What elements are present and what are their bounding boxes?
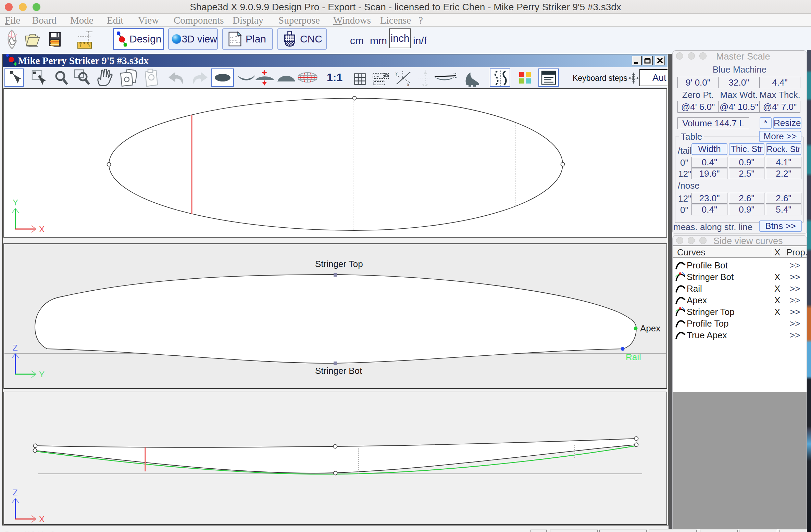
svg-text:Y: Y xyxy=(39,370,45,379)
svg-text:X: X xyxy=(39,515,45,524)
svg-text:0: 0 xyxy=(88,44,90,48)
svg-text:Z: Z xyxy=(13,343,18,352)
svg-text:Apex: Apex xyxy=(640,323,660,333)
svg-text:Z: Z xyxy=(13,488,18,497)
svg-text:x: x xyxy=(407,81,410,86)
svg-text:X: X xyxy=(39,225,45,234)
svg-text:Stringer Top: Stringer Top xyxy=(315,259,363,269)
svg-text:Y: Y xyxy=(13,198,18,207)
svg-text:1: 1 xyxy=(79,44,82,48)
svg-text:x: x xyxy=(395,71,398,76)
svg-text:Stringer Bot: Stringer Bot xyxy=(315,366,362,376)
svg-text:Rail: Rail xyxy=(626,352,641,362)
